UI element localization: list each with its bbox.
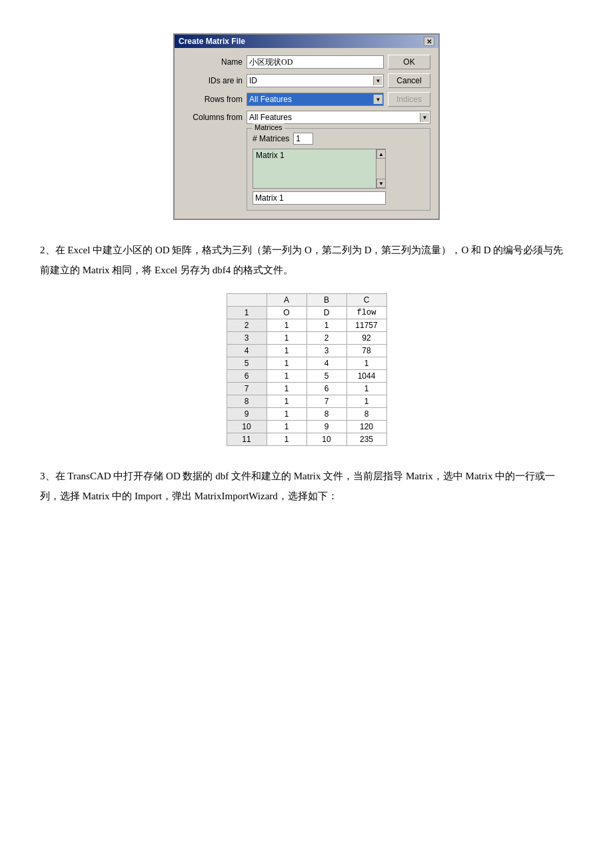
ok-button[interactable]: OK	[388, 55, 430, 69]
matrices-count-input[interactable]	[293, 133, 313, 145]
indices-button[interactable]: Indices	[388, 92, 430, 107]
table-row: 3 1 2 92	[227, 332, 386, 345]
table-row: 6 1 5 1044	[227, 370, 386, 383]
table-row: 5 1 4 1	[227, 357, 386, 370]
cols-label: Columns from	[183, 113, 243, 122]
cell-c: 11757	[346, 319, 386, 332]
table-row: 2 1 1 11757	[227, 319, 386, 332]
cell-a: 1	[267, 370, 306, 383]
scroll-track	[376, 159, 385, 179]
rows-select[interactable]: All Features	[247, 93, 384, 106]
row-num: 1	[227, 307, 267, 319]
cell-b: 4	[306, 357, 346, 370]
ids-row: IDs are in ID ▼ Cancel	[183, 73, 430, 88]
table-container: A B C 1 O D flow 2 1 1 11757 3 1 2 9	[27, 293, 586, 446]
table-row: 9 1 8 8	[227, 408, 386, 421]
cols-select[interactable]: All Features	[247, 111, 430, 124]
row-num: 2	[227, 319, 267, 332]
cell-b: 9	[306, 421, 346, 433]
rows-row: Rows from All Features ▼ Indices	[183, 92, 430, 107]
dialog-container: Create Matrix File ✕ Name OK IDs are in …	[27, 33, 586, 220]
cell-c: 1	[346, 383, 386, 395]
cell-b: 8	[306, 408, 346, 421]
table-row: 10 1 9 120	[227, 421, 386, 433]
cell-a: O	[267, 307, 306, 319]
cell-c: 235	[346, 433, 386, 446]
cell-b: 7	[306, 395, 346, 408]
matrices-count-row: # Matrices	[253, 133, 424, 145]
cell-a: 1	[267, 383, 306, 395]
ids-label: IDs are in	[183, 76, 243, 85]
close-icon[interactable]: ✕	[424, 37, 434, 46]
cell-a: 1	[267, 421, 306, 433]
matrices-count-label: # Matrices	[253, 134, 289, 143]
cell-c: 120	[346, 421, 386, 433]
row-num: 3	[227, 332, 267, 345]
row-num: 6	[227, 370, 267, 383]
col-header-c: C	[346, 294, 386, 307]
cell-c: 8	[346, 408, 386, 421]
matrices-legend: Matrices	[253, 123, 285, 131]
dialog-body: Name OK IDs are in ID ▼ Cancel Rows from	[175, 48, 438, 219]
cell-c: flow	[346, 307, 386, 319]
paragraph1-text: 2、在 Excel 中建立小区的 OD 矩阵，格式为三列（第一列为 O，第二列为…	[40, 240, 573, 280]
cell-c: 1	[346, 395, 386, 408]
cell-a: 1	[267, 319, 306, 332]
cell-a: 1	[267, 345, 306, 357]
cell-b: 10	[306, 433, 346, 446]
matrix-list-content: Matrix 1	[253, 149, 376, 188]
paragraph1: 2、在 Excel 中建立小区的 OD 矩阵，格式为三列（第一列为 O，第二列为…	[40, 240, 573, 280]
cell-c: 92	[346, 332, 386, 345]
cell-c: 1	[346, 357, 386, 370]
ids-select[interactable]: ID	[247, 74, 384, 87]
cell-b: 1	[306, 319, 346, 332]
cell-a: 1	[267, 357, 306, 370]
row-num: 10	[227, 421, 267, 433]
table-row: 1 O D flow	[227, 307, 386, 319]
data-table: A B C 1 O D flow 2 1 1 11757 3 1 2 9	[227, 293, 387, 446]
table-row: 7 1 6 1	[227, 383, 386, 395]
cell-a: 1	[267, 408, 306, 421]
col-header-b: B	[306, 294, 346, 307]
paragraph2-text: 3、在 TransCAD 中打开存储 OD 数据的 dbf 文件和建立的 Mat…	[40, 466, 573, 506]
cell-b: 2	[306, 332, 346, 345]
cols-row: Columns from All Features ▼	[183, 111, 430, 124]
row-num: 7	[227, 383, 267, 395]
ids-select-wrapper: ID ▼	[247, 74, 384, 87]
cell-c: 1044	[346, 370, 386, 383]
scroll-down-btn[interactable]: ▼	[376, 179, 386, 188]
matrix-list: Matrix 1 ▲ ▼	[253, 149, 386, 189]
name-input[interactable]	[247, 55, 384, 69]
row-num: 9	[227, 408, 267, 421]
name-row: Name OK	[183, 55, 430, 69]
matrices-group: Matrices # Matrices Matrix 1 ▲ ▼	[247, 128, 430, 211]
cell-a: 1	[267, 395, 306, 408]
matrix-list-area: Matrix 1 ▲ ▼	[253, 149, 424, 189]
dialog-titlebar: Create Matrix File ✕	[175, 35, 438, 48]
row-num: 5	[227, 357, 267, 370]
matrix-name-input[interactable]	[253, 191, 386, 205]
rows-label: Rows from	[183, 95, 243, 104]
rows-select-wrapper: All Features ▼	[247, 93, 384, 106]
paragraph2: 3、在 TransCAD 中打开存储 OD 数据的 dbf 文件和建立的 Mat…	[40, 466, 573, 506]
cell-a: 1	[267, 332, 306, 345]
scroll-up-btn[interactable]: ▲	[376, 149, 386, 159]
name-label: Name	[183, 57, 243, 67]
matrix-scrollbar: ▲ ▼	[376, 149, 385, 188]
cell-b: D	[306, 307, 346, 319]
cell-a: 1	[267, 433, 306, 446]
cell-b: 6	[306, 383, 346, 395]
cancel-button[interactable]: Cancel	[388, 73, 430, 88]
list-item[interactable]: Matrix 1	[256, 151, 373, 160]
cell-b: 5	[306, 370, 346, 383]
row-num: 8	[227, 395, 267, 408]
cols-select-wrapper: All Features ▼	[247, 111, 430, 124]
row-num: 11	[227, 433, 267, 446]
table-row: 8 1 7 1	[227, 395, 386, 408]
table-row: 11 1 10 235	[227, 433, 386, 446]
row-num: 4	[227, 345, 267, 357]
table-row: 4 1 3 78	[227, 345, 386, 357]
col-header-a: A	[267, 294, 306, 307]
create-matrix-dialog: Create Matrix File ✕ Name OK IDs are in …	[173, 33, 440, 220]
dialog-title: Create Matrix File	[179, 37, 245, 46]
